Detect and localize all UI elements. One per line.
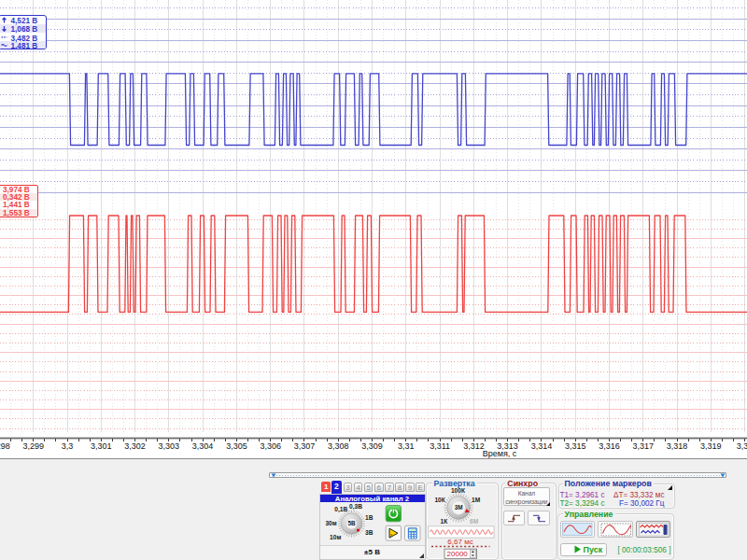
svg-text:3,311: 3,311 xyxy=(430,441,450,451)
svg-text:1,553 В: 1,553 В xyxy=(3,209,30,217)
svg-text:0,3В: 0,3В xyxy=(349,503,362,511)
svg-text:3,482 В: 3,482 В xyxy=(11,34,38,42)
svg-text:3,32: 3,32 xyxy=(737,441,747,451)
svg-text:4,521 В: 4,521 В xyxy=(11,17,38,25)
svg-text:3,309: 3,309 xyxy=(361,441,383,451)
svg-text:3,301: 3,301 xyxy=(91,441,112,451)
svg-text:3,307: 3,307 xyxy=(294,441,316,451)
svg-text:3,304: 3,304 xyxy=(192,441,214,451)
svg-text:3,299: 3,299 xyxy=(22,441,44,451)
svg-text:3,316: 3,316 xyxy=(599,441,620,451)
svg-text:5В: 5В xyxy=(347,521,356,527)
svg-text:3,3: 3,3 xyxy=(62,441,74,451)
svg-text:3,303: 3,303 xyxy=(159,441,180,451)
svg-text:3,319: 3,319 xyxy=(700,441,722,451)
svg-text:1В: 1В xyxy=(364,514,373,521)
svg-text:1К: 1К xyxy=(441,518,449,525)
svg-text:3,312: 3,312 xyxy=(463,441,485,451)
svg-text:3,305: 3,305 xyxy=(226,441,247,451)
svg-text:3,306: 3,306 xyxy=(260,441,281,451)
svg-text:1М: 1М xyxy=(472,497,481,503)
svg-text:3,308: 3,308 xyxy=(328,441,349,451)
svg-text:100К: 100К xyxy=(451,487,466,494)
svg-text:3,314: 3,314 xyxy=(531,441,553,451)
svg-text:0,1В: 0,1В xyxy=(334,506,347,513)
svg-text:3,302: 3,302 xyxy=(124,441,146,451)
svg-text:1,481 В: 1,481 В xyxy=(11,42,38,49)
svg-text:3,298: 3,298 xyxy=(0,441,10,451)
svg-text:6,67 мс: 6,67 мс xyxy=(448,538,473,546)
svg-text:3М: 3М xyxy=(455,504,463,511)
svg-text:3В: 3В xyxy=(364,529,373,536)
svg-text:10м: 10м xyxy=(330,535,341,541)
svg-text:3,317: 3,317 xyxy=(633,441,655,451)
svg-text:10К: 10К xyxy=(435,497,446,503)
svg-text:30м: 30м xyxy=(325,520,336,526)
svg-text:3,31: 3,31 xyxy=(398,441,415,451)
svg-text:Время, с: Время, с xyxy=(483,449,517,458)
svg-text:1,068 В: 1,068 В xyxy=(11,25,38,34)
svg-text:3,315: 3,315 xyxy=(565,441,586,451)
svg-text:3,318: 3,318 xyxy=(667,441,688,451)
svg-text:20000: 20000 xyxy=(447,550,469,558)
svg-text:6М: 6М xyxy=(470,518,479,525)
